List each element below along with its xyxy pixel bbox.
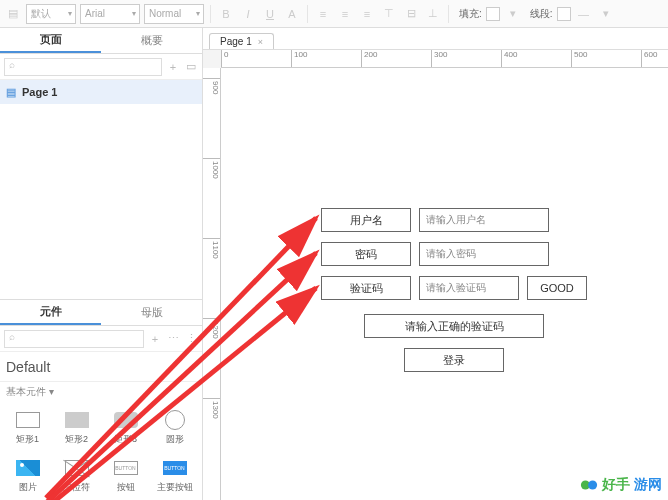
pages-search-input[interactable]: ⌕ [4, 58, 162, 76]
page-name: Page 1 [22, 86, 57, 98]
library-name[interactable]: Default [6, 359, 50, 375]
canvas[interactable]: 用户名 请输入用户名 密码 请输入密码 验证码 请输入验证码 GOOD 请输入正… [221, 68, 668, 500]
ruler-horizontal: 0 100 200 300 400 500 600 [221, 50, 668, 68]
tab-pages[interactable]: 页面 [0, 28, 101, 53]
tab-masters[interactable]: 母版 [101, 300, 202, 325]
watermark-icon [580, 476, 598, 494]
shape-circle[interactable]: 圆形 [151, 404, 198, 450]
color-icon[interactable]: A [283, 5, 301, 23]
size-select[interactable]: Normal [144, 4, 204, 24]
form-mockup: 用户名 请输入用户名 密码 请输入密码 验证码 请输入验证码 GOOD 请输入正… [321, 208, 587, 382]
tab-widgets[interactable]: 元件 [0, 300, 101, 325]
components-panel: 元件 母版 ⌕ + ⋯ ⋮ Default 基本元件 ▾ 矩形1 矩形2 矩形3… [0, 299, 202, 500]
stroke-label: 线段: [530, 7, 553, 21]
italic-icon[interactable]: I [239, 5, 257, 23]
password-input[interactable]: 请输入密码 [419, 242, 549, 266]
stroke-style-icon[interactable]: ▾ [597, 5, 615, 23]
stroke-swatch[interactable] [557, 7, 571, 21]
fill-swatch[interactable] [486, 7, 500, 21]
canvas-area: Page 1 × 0 100 200 300 400 500 600 900 1… [203, 28, 668, 500]
shapes-grid: 矩形1 矩形2 矩形3 圆形 图片 占位符 BUTTON按钮 BUTTON主要按… [0, 402, 202, 500]
tab-outline[interactable]: 概要 [101, 28, 202, 53]
password-label[interactable]: 密码 [321, 242, 411, 266]
separator [210, 5, 211, 23]
font-select[interactable]: Arial [80, 4, 140, 24]
add-page-icon[interactable]: + [166, 60, 180, 74]
shape-image[interactable]: 图片 [4, 452, 51, 498]
shape-rect1[interactable]: 矩形1 [4, 404, 51, 450]
shape-rect3[interactable]: 矩形3 [102, 404, 149, 450]
separator [448, 5, 449, 23]
captcha-input[interactable]: 请输入验证码 [419, 276, 519, 300]
watermark-text-2: 游网 [634, 476, 662, 494]
captcha-image[interactable]: GOOD [527, 276, 587, 300]
shape-rect2[interactable]: 矩形2 [53, 404, 100, 450]
fill-label: 填充: [459, 7, 482, 21]
username-input[interactable]: 请输入用户名 [419, 208, 549, 232]
shape-placeholder[interactable]: 占位符 [53, 452, 100, 498]
close-icon[interactable]: × [258, 37, 263, 47]
widget-opts-icon[interactable]: ⋯ [166, 332, 180, 346]
valign-mid-icon[interactable]: ⊟ [402, 5, 420, 23]
style-select[interactable]: 默认 [26, 4, 76, 24]
page-icon: ▤ [6, 86, 18, 98]
fill-more-icon[interactable]: ▾ [504, 5, 522, 23]
watermark-text-1: 好手 [602, 476, 630, 494]
shape-button[interactable]: BUTTON按钮 [102, 452, 149, 498]
add-folder-icon[interactable]: ▭ [184, 60, 198, 74]
top-toolbar: ▤ 默认 Arial Normal B I U A ≡ ≡ ≡ ⊤ ⊟ ⊥ 填充… [0, 0, 668, 28]
align-left-icon[interactable]: ≡ [314, 5, 332, 23]
pages-panel-tabs: 页面 概要 [0, 28, 202, 54]
align-right-icon[interactable]: ≡ [358, 5, 376, 23]
login-button[interactable]: 登录 [404, 348, 504, 372]
valign-top-icon[interactable]: ⊤ [380, 5, 398, 23]
align-center-icon[interactable]: ≡ [336, 5, 354, 23]
svg-point-4 [588, 481, 597, 490]
page-item[interactable]: ▤ Page 1 [0, 80, 202, 104]
add-widget-icon[interactable]: + [148, 332, 162, 346]
canvas-tab[interactable]: Page 1 × [209, 33, 274, 49]
sidebar: 页面 概要 ⌕ + ▭ ▤ Page 1 元件 母版 ⌕ + ⋯ ⋮ [0, 28, 203, 500]
bold-icon[interactable]: B [217, 5, 235, 23]
username-label[interactable]: 用户名 [321, 208, 411, 232]
separator [307, 5, 308, 23]
shape-primary-button[interactable]: BUTTON主要按钮 [151, 452, 198, 498]
stroke-width-icon[interactable]: — [575, 5, 593, 23]
category-label: 基本元件 ▾ [0, 382, 202, 402]
doc-icon[interactable]: ▤ [4, 5, 22, 23]
canvas-tab-label: Page 1 [220, 36, 252, 47]
ruler-vertical: 900 1000 1100 1200 1300 [203, 68, 221, 500]
pages-search-row: ⌕ + ▭ [0, 54, 202, 80]
widget-menu-icon[interactable]: ⋮ [184, 332, 198, 346]
watermark: 好手游网 [580, 476, 662, 494]
widgets-search-input[interactable]: ⌕ [4, 330, 144, 348]
captcha-label[interactable]: 验证码 [321, 276, 411, 300]
page-list: ▤ Page 1 [0, 80, 202, 104]
underline-icon[interactable]: U [261, 5, 279, 23]
captcha-hint[interactable]: 请输入正确的验证码 [364, 314, 544, 338]
valign-bot-icon[interactable]: ⊥ [424, 5, 442, 23]
